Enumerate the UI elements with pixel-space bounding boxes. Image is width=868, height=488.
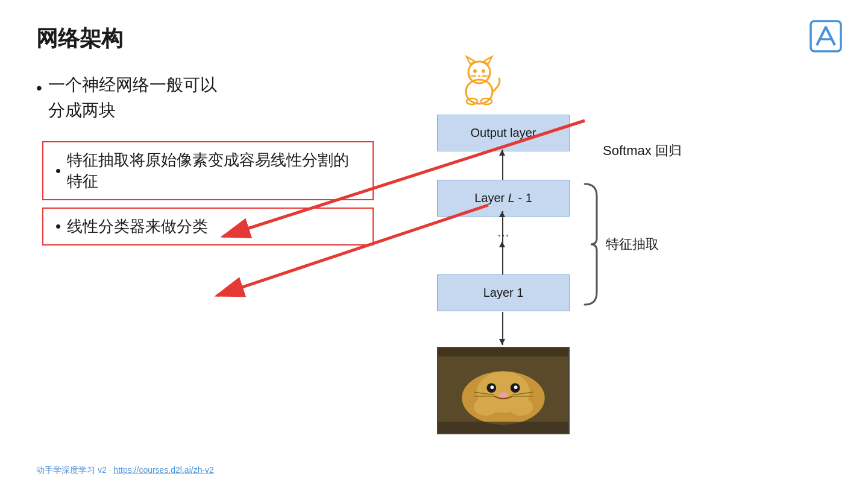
svg-point-6 [473,69,477,73]
sub-bullet-2: • 线性分类器来做分类 [42,208,374,246]
cat-photo [437,347,570,434]
arrow-4 [502,312,503,345]
svg-marker-8 [477,75,481,77]
arrow-1 [502,150,503,180]
main-bullet-line2: 分成两块 [48,98,217,123]
svg-rect-30 [438,347,568,356]
sub-bullet-2-text: 线性分类器来做分类 [67,216,208,237]
svg-point-22 [490,385,494,389]
sub-bullet-1-dot: • [55,162,61,180]
arrow-3 [502,211,503,241]
footer: 动手学深度学习 v2 · https://courses.d2l.ai/zh-v… [36,465,214,476]
diagram-area: Output layer Layer L - 1 ... Layer 1 [374,48,784,471]
svg-point-24 [498,392,508,398]
footer-text: 动手学深度学习 v2 · [36,465,113,475]
output-layer-box: Output layer [437,115,570,151]
svg-line-12 [482,77,490,77]
main-bullet: • 一个神经网络一般可以 分成两块 [36,72,374,123]
svg-point-7 [482,69,485,73]
svg-rect-0 [811,21,841,51]
brace-feature [579,181,603,310]
cat-icon [452,54,506,111]
layer-1-box: Layer 1 [437,274,570,311]
svg-rect-29 [438,422,568,434]
output-layer-label: Output layer [471,126,536,139]
softmax-label: Softmax 回归 [603,142,682,160]
sub-bullet-1: • 特征抽取将原始像素变成容易线性分割的特征 [42,141,374,200]
main-bullet-line1: 一个神经网络一般可以 [48,72,217,98]
footer-link[interactable]: https://courses.d2l.ai/zh-v2 [113,465,214,475]
sub-bullet-1-text: 特征抽取将原始像素变成容易线性分割的特征 [67,150,360,192]
svg-point-19 [477,372,530,413]
arrow-2 [502,241,503,274]
logo-icon [808,18,844,54]
layer-l-suffix: - 1 [515,191,532,204]
svg-line-11 [468,77,476,77]
sub-bullets: • 特征抽取将原始像素变成容易线性分割的特征 • 线性分类器来做分类 [42,141,374,246]
left-content: • 一个神经网络一般可以 分成两块 • 特征抽取将原始像素变成容易线性分割的特征… [36,72,374,246]
slide-container: 网络架构 • 一个神经网络一般可以 分成两块 • 特征抽取将原始像素变成容易线性… [0,0,868,488]
svg-marker-4 [467,57,475,64]
svg-marker-5 [483,57,492,64]
feature-label: 特征抽取 [606,235,659,253]
layer-l-italic: L [508,191,515,204]
bullet-dot: • [36,75,42,101]
sub-bullet-2-dot: • [55,217,61,236]
dots: ... [497,223,509,240]
svg-point-23 [514,385,518,389]
layer-1-label: Layer 1 [483,286,524,299]
